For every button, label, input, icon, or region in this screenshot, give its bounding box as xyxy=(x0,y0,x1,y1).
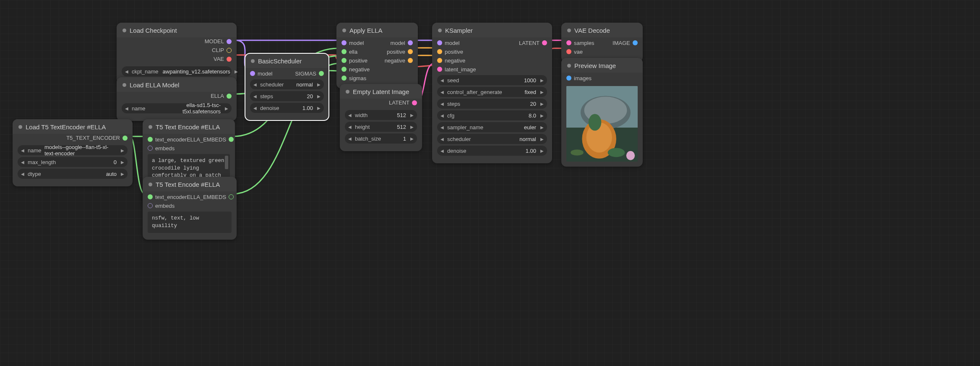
node-load-checkpoint[interactable]: Load Checkpoint MODEL CLIP VAE ◀ ckpt_na… xyxy=(117,23,237,84)
seed-widget[interactable]: ◀seed1000▶ xyxy=(437,75,547,85)
output-ella[interactable]: ELLA xyxy=(117,93,232,99)
input-vae[interactable]: vae xyxy=(566,49,583,55)
output-ella-embeds[interactable]: ELLA_EMBEDS xyxy=(187,194,234,200)
node-vae-decode[interactable]: VAE Decode samples IMAGE vae xyxy=(561,23,643,62)
collapse-dot-icon[interactable] xyxy=(567,29,571,32)
right-arrow-icon[interactable]: ▶ xyxy=(119,148,126,153)
input-text-encoder[interactable]: text_encoder xyxy=(148,136,187,143)
left-arrow-icon[interactable]: ◀ xyxy=(347,136,353,141)
left-arrow-icon[interactable]: ◀ xyxy=(19,172,26,176)
input-negative[interactable]: negative xyxy=(341,66,370,73)
node-t5-encode-negative[interactable]: T5 Text Encode #ELLA text_encoder ELLA_E… xyxy=(143,177,237,240)
input-samples[interactable]: samples xyxy=(566,40,594,46)
steps-widget[interactable]: ◀ steps 20 ▶ xyxy=(250,91,324,101)
node-header[interactable]: KSampler xyxy=(432,23,552,37)
collapse-dot-icon[interactable] xyxy=(342,29,346,32)
scheduler-widget[interactable]: ◀ scheduler normal ▶ xyxy=(250,79,324,89)
left-arrow-icon[interactable]: ◀ xyxy=(123,106,130,111)
right-arrow-icon[interactable]: ▶ xyxy=(539,102,545,106)
input-embeds[interactable]: embeds xyxy=(148,203,175,209)
scrollbar-icon[interactable] xyxy=(225,156,228,169)
left-arrow-icon[interactable]: ◀ xyxy=(439,78,446,83)
right-arrow-icon[interactable]: ▶ xyxy=(119,172,126,176)
collapse-dot-icon[interactable] xyxy=(438,29,442,32)
input-images[interactable]: images xyxy=(566,75,592,81)
collapse-dot-icon[interactable] xyxy=(122,29,126,32)
left-arrow-icon[interactable]: ◀ xyxy=(439,113,446,118)
left-arrow-icon[interactable]: ◀ xyxy=(252,94,258,99)
output-latent[interactable]: LATENT xyxy=(519,40,547,46)
node-preview-image[interactable]: Preview Image images xyxy=(561,58,643,167)
node-header[interactable]: Apply ELLA xyxy=(336,23,418,37)
output-model[interactable]: MODEL xyxy=(117,38,232,44)
output-sigmas[interactable]: SIGMAS xyxy=(295,71,324,77)
node-header[interactable]: Empty Latent Image xyxy=(340,84,422,99)
output-latent[interactable]: LATENT xyxy=(340,99,417,106)
node-header[interactable]: BasicScheduler xyxy=(245,53,329,68)
t5-name-widget[interactable]: ◀ name models--google--flan-t5-xl-text-e… xyxy=(18,145,128,155)
left-arrow-icon[interactable]: ◀ xyxy=(347,125,353,129)
node-apply-ella[interactable]: Apply ELLA model model ella positive pos… xyxy=(336,23,418,89)
left-arrow-icon[interactable]: ◀ xyxy=(439,125,446,130)
height-widget[interactable]: ◀ height 512 ▶ xyxy=(345,122,417,132)
batch-widget[interactable]: ◀ batch_size 1 ▶ xyxy=(345,133,417,144)
collapse-dot-icon[interactable] xyxy=(149,183,152,186)
left-arrow-icon[interactable]: ◀ xyxy=(123,69,130,74)
left-arrow-icon[interactable]: ◀ xyxy=(439,90,446,94)
right-arrow-icon[interactable]: ▶ xyxy=(409,136,415,141)
right-arrow-icon[interactable]: ▶ xyxy=(315,106,322,110)
input-model[interactable]: model xyxy=(250,71,272,77)
node-header[interactable]: T5 Text Encode #ELLA xyxy=(143,177,237,191)
node-header[interactable]: Preview Image xyxy=(561,58,643,73)
left-arrow-icon[interactable]: ◀ xyxy=(19,148,26,153)
left-arrow-icon[interactable]: ◀ xyxy=(439,137,446,141)
sampler-name-widget[interactable]: ◀sampler_nameeuler▶ xyxy=(437,122,547,132)
collapse-dot-icon[interactable] xyxy=(18,125,22,129)
node-header[interactable]: VAE Decode xyxy=(561,23,643,37)
input-sigmas[interactable]: sigmas xyxy=(341,75,366,81)
node-load-t5[interactable]: Load T5 TextEncoder #ELLA T5_TEXT_ENCODE… xyxy=(13,119,133,186)
output-image[interactable]: IMAGE xyxy=(612,40,638,46)
right-arrow-icon[interactable]: ▶ xyxy=(539,149,545,153)
t5-maxlen-widget[interactable]: ◀ max_length 0 ▶ xyxy=(18,157,128,167)
collapse-dot-icon[interactable] xyxy=(149,125,152,129)
collapse-dot-icon[interactable] xyxy=(251,59,255,63)
right-arrow-icon[interactable]: ▶ xyxy=(223,106,230,111)
width-widget[interactable]: ◀ width 512 ▶ xyxy=(345,110,417,120)
ella-name-widget[interactable]: ◀ name ella-sd1.5-tsc-t5xl.safetensors ▶ xyxy=(122,103,232,113)
input-ella[interactable]: ella xyxy=(341,49,357,55)
right-arrow-icon[interactable]: ▶ xyxy=(539,113,545,118)
input-text-encoder[interactable]: text_encoder xyxy=(148,194,187,200)
left-arrow-icon[interactable]: ◀ xyxy=(19,160,26,165)
prompt-textarea[interactable]: nsfw, text, low quaility xyxy=(148,212,232,233)
right-arrow-icon[interactable]: ▶ xyxy=(539,78,545,83)
control-after-generate-widget[interactable]: ◀control_after_generatefixed▶ xyxy=(437,87,547,97)
input-model[interactable]: model xyxy=(341,40,364,46)
node-header[interactable]: Load ELLA Model xyxy=(117,77,237,92)
output-ella-embeds[interactable]: ELLA_EMBEDS xyxy=(187,136,234,143)
denoise-widget[interactable]: ◀denoise1.00▶ xyxy=(437,146,547,156)
left-arrow-icon[interactable]: ◀ xyxy=(439,149,446,153)
scheduler-widget[interactable]: ◀schedulernormal▶ xyxy=(437,134,547,144)
node-load-ella[interactable]: Load ELLA Model ELLA ◀ name ella-sd1.5-t… xyxy=(117,77,237,121)
output-vae[interactable]: VAE xyxy=(117,56,232,62)
node-header[interactable]: Load T5 TextEncoder #ELLA xyxy=(13,119,133,134)
node-header[interactable]: T5 Text Encode #ELLA xyxy=(143,119,235,134)
input-latent-image[interactable]: latent_image xyxy=(437,66,476,73)
left-arrow-icon[interactable]: ◀ xyxy=(252,106,258,110)
left-arrow-icon[interactable]: ◀ xyxy=(439,102,446,106)
left-arrow-icon[interactable]: ◀ xyxy=(252,82,258,87)
collapse-dot-icon[interactable] xyxy=(346,90,349,94)
input-embeds[interactable]: embeds xyxy=(148,145,175,152)
output-model[interactable]: model xyxy=(391,40,413,46)
right-arrow-icon[interactable]: ▶ xyxy=(539,90,545,94)
node-basic-scheduler[interactable]: BasicScheduler model SIGMAS ◀ scheduler … xyxy=(245,53,329,120)
denoise-widget[interactable]: ◀ denoise 1.00 ▶ xyxy=(250,103,324,113)
right-arrow-icon[interactable]: ▶ xyxy=(233,69,240,74)
right-arrow-icon[interactable]: ▶ xyxy=(315,82,322,87)
right-arrow-icon[interactable]: ▶ xyxy=(539,125,545,130)
input-positive[interactable]: positive xyxy=(341,58,368,64)
cfg-widget[interactable]: ◀cfg8.0▶ xyxy=(437,110,547,120)
right-arrow-icon[interactable]: ▶ xyxy=(539,137,545,141)
steps-widget[interactable]: ◀steps20▶ xyxy=(437,99,547,109)
